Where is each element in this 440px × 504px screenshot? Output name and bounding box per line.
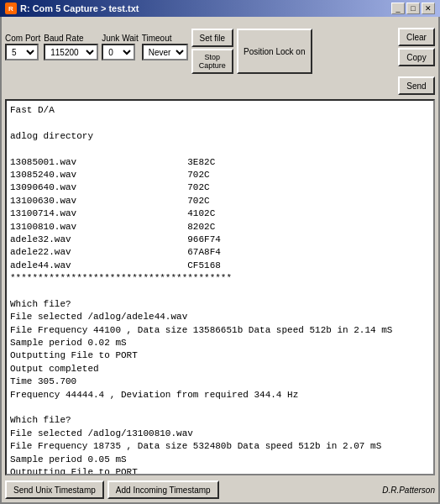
timeout-group: Timeout Never bbox=[142, 34, 188, 60]
com-port-select[interactable]: 5 bbox=[5, 44, 39, 60]
terminal-wrapper: Fast D/A adlog directory 13085001.wav 3E… bbox=[5, 99, 435, 475]
timeout-select[interactable]: Never bbox=[142, 44, 188, 60]
right-buttons: Clear Copy bbox=[398, 28, 435, 66]
set-file-button[interactable]: Set file bbox=[191, 29, 233, 47]
send-unix-timestamp-button[interactable]: Send Unix Timestamp bbox=[5, 480, 104, 499]
timeout-label: Timeout bbox=[142, 34, 188, 43]
title-controls[interactable]: _ □ ✕ bbox=[391, 3, 435, 14]
copy-button[interactable]: Copy bbox=[398, 48, 435, 66]
maximize-button[interactable]: □ bbox=[406, 3, 420, 14]
author-text: D.R.Patterson bbox=[382, 486, 435, 495]
baud-rate-select[interactable]: 115200 bbox=[44, 44, 98, 60]
junk-wait-select[interactable]: 0 bbox=[102, 44, 135, 60]
action-buttons: Set file StopCapture bbox=[191, 29, 233, 74]
window-title: R: Com 5 Capture > test.txt bbox=[20, 3, 139, 13]
main-window: Com Port 5 Baud Rate 115200 Junk Wait 0 bbox=[0, 17, 440, 504]
toolbar2: Send bbox=[2, 74, 438, 97]
junk-wait-label: Junk Wait bbox=[102, 34, 139, 43]
send-button[interactable]: Send bbox=[398, 76, 435, 95]
com-port-group: Com Port 5 bbox=[5, 34, 40, 60]
clear-button[interactable]: Clear bbox=[398, 28, 435, 46]
com-port-label: Com Port bbox=[5, 34, 40, 43]
terminal-output[interactable]: Fast D/A adlog directory 13085001.wav 3E… bbox=[7, 101, 433, 474]
minimize-button[interactable]: _ bbox=[391, 3, 405, 14]
baud-rate-label: Baud Rate bbox=[44, 34, 98, 43]
bottom-bar: Send Unix Timestamp Add Incoming Timesta… bbox=[2, 479, 438, 502]
add-incoming-timestamp-button[interactable]: Add Incoming Timestamp bbox=[107, 480, 219, 499]
toolbar: Com Port 5 Baud Rate 115200 Junk Wait 0 bbox=[2, 17, 438, 74]
bottom-buttons: Send Unix Timestamp Add Incoming Timesta… bbox=[5, 480, 219, 499]
junk-wait-group: Junk Wait 0 bbox=[102, 34, 139, 60]
title-bar-left: R R: Com 5 Capture > test.txt bbox=[5, 3, 139, 14]
title-bar: R R: Com 5 Capture > test.txt _ □ ✕ bbox=[0, 0, 440, 17]
stop-capture-button[interactable]: StopCapture bbox=[191, 49, 233, 74]
baud-rate-group: Baud Rate 115200 bbox=[44, 34, 98, 60]
close-button[interactable]: ✕ bbox=[422, 3, 435, 14]
app-icon: R bbox=[5, 3, 17, 14]
position-lock-button[interactable]: Position Lock on bbox=[237, 29, 312, 74]
